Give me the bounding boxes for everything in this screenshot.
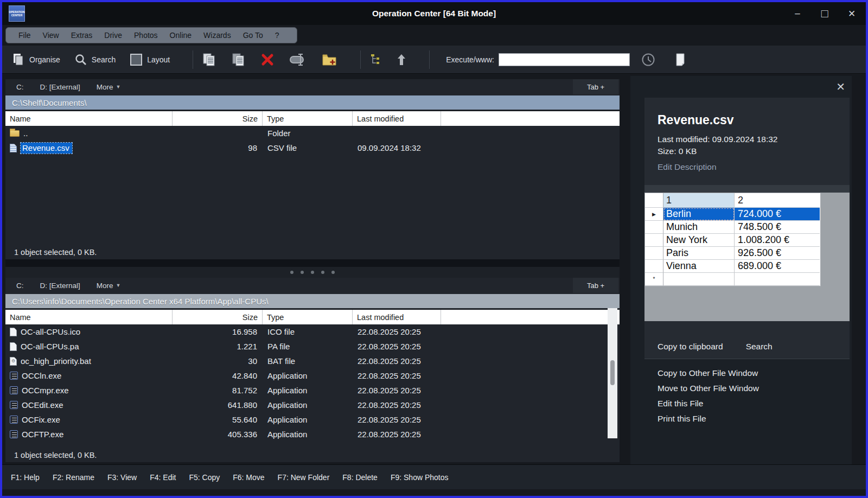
copy-to-clipboard-link[interactable]: Copy to clipboard	[658, 342, 723, 352]
menu-extras[interactable]: Extras	[65, 31, 99, 40]
preview-col-header-1: 1	[663, 193, 735, 208]
f7-new-folder[interactable]: F7: New Folder	[278, 473, 330, 482]
upper-more-dropdown[interactable]: More ▼	[97, 83, 121, 91]
close-button[interactable]: ✕	[845, 7, 858, 20]
delete-button[interactable]	[260, 53, 275, 67]
table-row[interactable]: ⚙oc_high_priority.bat 30 BAT file 22.08.…	[5, 354, 620, 368]
lower-more-dropdown[interactable]: More ▼	[97, 282, 121, 290]
menu-view[interactable]: View	[37, 31, 65, 40]
menu-photos[interactable]: Photos	[128, 31, 164, 40]
lower-scrollbar[interactable]	[608, 308, 617, 438]
f8-delete[interactable]: F8: Delete	[342, 473, 378, 482]
copy-to-other-window-link[interactable]: Copy to Other File Window	[658, 369, 759, 378]
move-to-other-window-link[interactable]: Move to Other File Window	[658, 384, 759, 393]
edit-description-link[interactable]: Edit Description	[658, 162, 717, 172]
search-button[interactable]: Search	[74, 53, 116, 66]
f1-help[interactable]: F1: Help	[11, 473, 40, 482]
preview-cell: 1.008.200 €	[735, 234, 820, 247]
lower-path-bar[interactable]: C:\Users\info\Documents\Operation Center…	[5, 294, 620, 308]
table-row[interactable]: OC-all-CPUs.pa 1.221 PA file 22.08.2025 …	[5, 339, 620, 354]
close-panel-icon[interactable]: ✕	[836, 80, 845, 93]
search-link[interactable]: Search	[746, 342, 773, 352]
table-row[interactable]: .. Folder	[5, 126, 620, 141]
column-size[interactable]: Size	[173, 111, 263, 126]
upper-more-label: More	[97, 83, 113, 91]
column-name[interactable]: Name	[5, 310, 173, 324]
minimize-button[interactable]: –	[791, 7, 804, 20]
file-modified: 22.08.2025 20:25	[353, 327, 441, 336]
file-icon	[10, 342, 17, 351]
up-level-button[interactable]	[397, 53, 406, 67]
table-row-selected[interactable]: Revenue.csv 98 CSV file 09.09.2024 18:32	[5, 141, 620, 155]
upper-drive-c[interactable]: C:	[16, 83, 24, 91]
tree-view-button[interactable]	[369, 53, 382, 66]
history-button[interactable]	[641, 52, 656, 67]
f4-edit[interactable]: F4: Edit	[150, 473, 176, 482]
table-row[interactable]: OCCmpr.exe 81.752 Application 22.08.2025…	[5, 383, 620, 398]
preview-row[interactable]: Paris 926.500 €	[645, 247, 820, 260]
file-size: 42.840	[173, 371, 263, 380]
chevron-down-icon: ▼	[116, 283, 121, 288]
upper-drive-d[interactable]: D: [External]	[40, 83, 80, 91]
print-this-file-link[interactable]: Print this File	[658, 414, 759, 423]
upper-path-bar[interactable]: C:\Shelf\Documents\	[5, 95, 620, 110]
file-operation-links: Copy to Other File Window Move to Other …	[658, 369, 759, 423]
new-folder-button[interactable]	[321, 53, 337, 67]
preview-new-row: *	[645, 273, 820, 286]
menu-online[interactable]: Online	[164, 31, 197, 40]
preview-row[interactable]: New York 1.008.200 €	[645, 234, 820, 247]
rename-button[interactable]	[289, 53, 307, 67]
move-button[interactable]	[231, 52, 246, 67]
file-size: 30	[173, 356, 263, 366]
file-size: 405.336	[173, 430, 263, 439]
copy-button[interactable]	[202, 52, 217, 67]
table-row[interactable]: OC-all-CPUs.ico 16.958 ICO file 22.08.20…	[5, 324, 620, 339]
lower-scrollbar-thumb[interactable]	[610, 360, 615, 385]
menu-drive[interactable]: Drive	[98, 31, 128, 40]
column-type[interactable]: Type	[263, 310, 353, 324]
organise-button[interactable]: Organise	[12, 53, 60, 67]
execute-www-label: Execute/www:	[446, 55, 494, 64]
column-modified[interactable]: Last modified	[353, 111, 441, 126]
menu-goto[interactable]: Go To	[237, 31, 269, 40]
column-modified[interactable]: Last modified	[353, 310, 441, 324]
column-type[interactable]: Type	[263, 111, 353, 126]
toolbar-separator	[193, 50, 193, 69]
column-name[interactable]: Name	[5, 111, 173, 126]
f3-view[interactable]: F3: View	[107, 473, 137, 482]
maximize-button[interactable]: □	[818, 7, 831, 20]
preview-row-selected[interactable]: ▶ Berlin 724.000 €	[645, 208, 820, 221]
preview-row[interactable]: Vienna 689.000 €	[645, 260, 820, 273]
table-row[interactable]: OCFix.exe 55.640 Application 22.08.2025 …	[5, 412, 620, 427]
file-modified: 22.08.2025 20:25	[353, 342, 441, 351]
column-size[interactable]: Size	[173, 310, 263, 324]
new-row-marker: *	[645, 273, 663, 286]
layout-button[interactable]: Layout	[130, 53, 170, 66]
upper-new-tab-button[interactable]: Tab +	[573, 79, 618, 94]
execute-www-input[interactable]	[499, 53, 630, 66]
f5-copy[interactable]: F5: Copy	[189, 473, 220, 482]
menu-wizards[interactable]: Wizards	[197, 31, 237, 40]
table-row[interactable]: OCFTP.exe 405.336 Application 22.08.2025…	[5, 427, 620, 439]
upper-column-headers: Name Size Type Last modified	[5, 111, 620, 126]
file-size: 16.958	[173, 327, 263, 336]
splitter-handle[interactable]	[5, 267, 620, 278]
lower-new-tab-button[interactable]: Tab +	[573, 278, 618, 293]
table-row[interactable]: OCCln.exe 42.840 Application 22.08.2025 …	[5, 368, 620, 383]
lower-drive-c[interactable]: C:	[16, 282, 24, 290]
table-row[interactable]: OCEdit.exe 641.880 Application 22.08.202…	[5, 398, 620, 412]
pane-splitter[interactable]	[5, 259, 620, 278]
f9-show-photos[interactable]: F9: Show Photos	[391, 473, 449, 482]
upper-file-pane: C: D: [External] More ▼ Tab + C:\Shelf\D…	[5, 79, 620, 259]
menu-file[interactable]: File	[12, 31, 37, 40]
upper-file-list: .. Folder Revenue.csv 98 CSV file 09.09.…	[5, 126, 620, 229]
f6-move[interactable]: F6: Move	[233, 473, 264, 482]
lower-drive-d[interactable]: D: [External]	[40, 282, 80, 290]
file-name: ..	[23, 129, 28, 138]
file-size: 641.880	[173, 400, 263, 410]
preview-row[interactable]: Munich 748.500 €	[645, 221, 820, 234]
edit-this-file-link[interactable]: Edit this File	[658, 399, 759, 408]
notes-button[interactable]	[674, 52, 686, 67]
f2-rename[interactable]: F2: Rename	[53, 473, 94, 482]
menu-help[interactable]: ?	[269, 31, 285, 40]
